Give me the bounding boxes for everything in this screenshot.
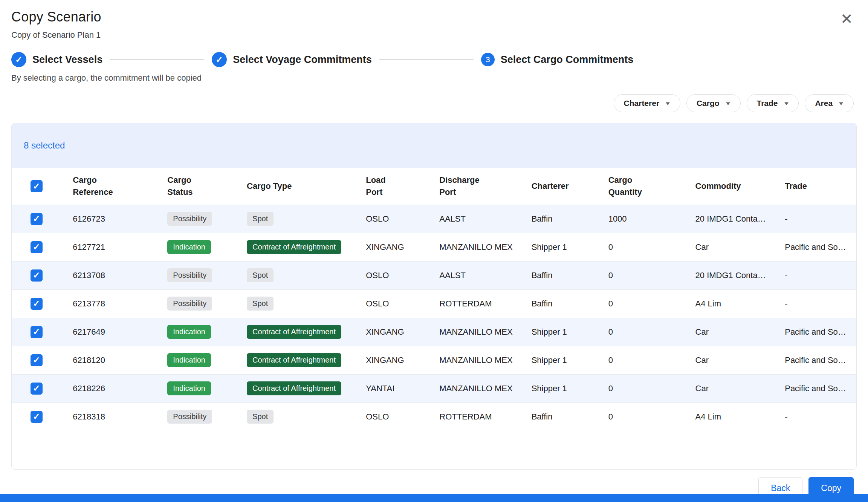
row-checkbox[interactable]: ✓ <box>31 411 43 423</box>
row-checkbox[interactable]: ✓ <box>31 213 43 225</box>
cell-load-port: XINGANG <box>355 346 428 374</box>
cell-commodity: Car <box>684 346 774 374</box>
cargo-table-card: 8 selected ✓CargoReferenceCargoStatusCar… <box>11 123 857 470</box>
select-all-checkbox[interactable]: ✓ <box>31 180 43 192</box>
cell-cargo-quantity: 0 <box>597 289 684 318</box>
cell-charterer: Shipper 1 <box>520 318 597 346</box>
row-checkbox[interactable]: ✓ <box>31 326 43 338</box>
cell-discharge-port: AALST <box>428 261 520 289</box>
cargo-status-badge: Possibility <box>167 212 212 226</box>
cell-charterer: Baffin <box>520 403 597 431</box>
cell-cargo-quantity: 0 <box>597 261 684 289</box>
helper-text: By selecting a cargo, the commitment wil… <box>11 73 868 83</box>
dialog-header: Copy Scenario Copy of Scenario Plan 1 ✕ <box>0 0 868 40</box>
cargo-status-badge: Possibility <box>167 268 212 282</box>
cargo-type-badge: Contract of Affreightment <box>247 381 341 395</box>
bottom-app-bar <box>0 494 868 502</box>
cell-discharge-port: ROTTERDAM <box>428 289 520 318</box>
cargo-type-badge: Spot <box>247 268 274 282</box>
stepper-connector <box>110 59 204 60</box>
dialog-title-block: Copy Scenario Copy of Scenario Plan 1 <box>11 9 101 40</box>
column-header-charterer: Charterer <box>520 168 597 205</box>
filter-label: Cargo <box>697 99 720 108</box>
page-title: Copy Scenario <box>11 9 101 25</box>
cell-load-port: OSLO <box>355 205 428 233</box>
column-header-line: Quantity <box>608 186 684 198</box>
cell-load-port: XINGANG <box>355 233 428 261</box>
cell-cargo-type: Spot <box>235 205 355 233</box>
column-header-cargo_type: Cargo Type <box>235 168 355 205</box>
filter-area-dropdown[interactable]: Area▼ <box>805 94 854 112</box>
column-header-cargo_status: CargoStatus <box>156 168 235 205</box>
cell-trade: Pacific and So… <box>773 233 856 261</box>
stepper: ✓Select Vessels✓Select Voyage Commitment… <box>11 52 868 67</box>
cell-commodity: 20 IMDG1 Conta… <box>684 261 774 289</box>
cell-commodity: Car <box>684 318 774 346</box>
cargo-type-badge: Contract of Affreightment <box>247 240 341 254</box>
dialog-subtitle: Copy of Scenario Plan 1 <box>11 30 101 40</box>
cell-trade: Pacific and So… <box>773 374 856 403</box>
filter-label: Trade <box>757 99 778 108</box>
stepper-step-2[interactable]: ✓Select Voyage Commitments <box>212 52 372 67</box>
table-row[interactable]: ✓6218318PossibilitySpotOSLOROTTERDAMBaff… <box>12 403 856 431</box>
cargo-status-badge: Possibility <box>167 297 212 311</box>
column-header-line: Commodity <box>695 180 774 192</box>
cell-charterer: Baffin <box>520 289 597 318</box>
cell-load-port: OSLO <box>355 289 428 318</box>
row-checkbox-cell: ✓ <box>12 205 61 233</box>
filter-label: Area <box>815 99 833 108</box>
cell-commodity: Car <box>684 233 774 261</box>
row-checkbox[interactable]: ✓ <box>31 269 43 282</box>
filter-charterer-dropdown[interactable]: Charterer▼ <box>614 94 680 112</box>
cargo-status-badge: Indication <box>167 240 211 254</box>
cell-cargo-quantity: 0 <box>597 374 684 403</box>
copy-scenario-dialog: Copy Scenario Copy of Scenario Plan 1 ✕ … <box>0 0 868 502</box>
cell-cargo-reference: 6126723 <box>61 205 156 233</box>
cargo-type-badge: Contract of Affreightment <box>247 353 341 367</box>
close-icon[interactable]: ✕ <box>838 9 855 29</box>
stepper-step-1[interactable]: ✓Select Vessels <box>11 52 102 67</box>
cell-charterer: Shipper 1 <box>520 374 597 403</box>
cell-commodity: A4 Lim <box>684 289 774 318</box>
filter-cargo-dropdown[interactable]: Cargo▼ <box>686 94 741 112</box>
row-checkbox-cell: ✓ <box>12 374 61 403</box>
cargo-type-badge: Spot <box>247 212 274 226</box>
step-label: Select Voyage Commitments <box>233 54 372 66</box>
table-row[interactable]: ✓6213708PossibilitySpotOSLOAALSTBaffin02… <box>12 261 856 289</box>
table-row[interactable]: ✓6218120IndicationContract of Affreightm… <box>12 346 856 374</box>
filter-label: Charterer <box>624 99 660 108</box>
step-number-badge: 3 <box>481 53 495 66</box>
cell-discharge-port: MANZANILLO MEX <box>428 346 520 374</box>
cell-trade: - <box>773 261 856 289</box>
chevron-down-icon: ▼ <box>783 101 790 106</box>
cell-charterer: Baffin <box>520 205 597 233</box>
stepper-step-3[interactable]: 3Select Cargo Commitments <box>481 53 634 66</box>
row-checkbox[interactable]: ✓ <box>31 298 43 310</box>
chevron-down-icon: ▼ <box>665 101 671 106</box>
cell-load-port: OSLO <box>355 403 428 431</box>
selected-count: 8 selected <box>24 140 65 151</box>
row-checkbox[interactable]: ✓ <box>31 241 43 253</box>
row-checkbox-cell: ✓ <box>12 289 61 318</box>
select-all-header-cell: ✓ <box>12 168 61 205</box>
row-checkbox[interactable]: ✓ <box>31 354 43 366</box>
cell-charterer: Shipper 1 <box>520 346 597 374</box>
cargo-type-badge: Contract of Affreightment <box>247 325 341 339</box>
column-header-discharge_port: DischargePort <box>428 168 520 205</box>
table-row[interactable]: ✓6126723PossibilitySpotOSLOAALSTBaffin10… <box>12 205 856 233</box>
table-row[interactable]: ✓6218226IndicationContract of Affreightm… <box>12 374 856 403</box>
row-checkbox-cell: ✓ <box>12 318 61 346</box>
cell-cargo-status: Indication <box>156 346 235 374</box>
table-row[interactable]: ✓6213778PossibilitySpotOSLOROTTERDAMBaff… <box>12 289 856 318</box>
filter-trade-dropdown[interactable]: Trade▼ <box>747 94 799 112</box>
column-header-line: Cargo <box>73 174 156 186</box>
table-row[interactable]: ✓6127721IndicationContract of Affreightm… <box>12 233 856 261</box>
table-row[interactable]: ✓6217649IndicationContract of Affreightm… <box>12 318 856 346</box>
step-complete-check-icon: ✓ <box>212 52 227 67</box>
column-header-cargo_quantity: CargoQuantity <box>597 168 684 205</box>
cell-cargo-reference: 6213778 <box>61 289 156 318</box>
column-header-line: Load <box>366 174 428 186</box>
row-checkbox-cell: ✓ <box>12 403 61 431</box>
row-checkbox[interactable]: ✓ <box>31 383 43 395</box>
column-header-load_port: LoadPort <box>355 168 428 205</box>
